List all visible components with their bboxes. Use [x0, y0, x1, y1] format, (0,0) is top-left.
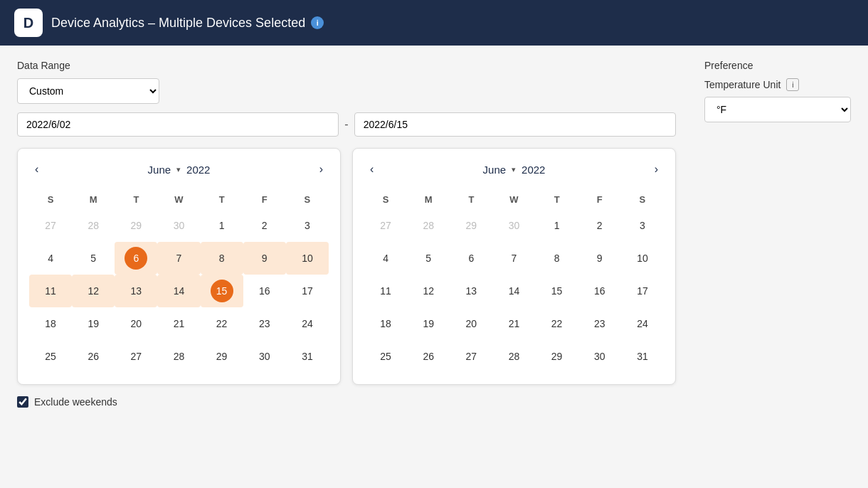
table-row[interactable]: 21 — [157, 307, 200, 340]
table-row[interactable]: 17 — [286, 275, 329, 307]
table-row[interactable]: 14 — [157, 275, 200, 307]
table-row[interactable]: 9 — [243, 242, 286, 275]
table-row[interactable]: 30 — [578, 340, 621, 373]
table-row[interactable]: 13 — [115, 275, 157, 307]
table-row[interactable]: 20 — [115, 307, 157, 340]
table-row[interactable]: 29 — [115, 209, 157, 242]
cal-right-next-btn[interactable]: › — [649, 160, 664, 179]
table-row[interactable]: 29 — [536, 340, 578, 373]
exclude-weekends-label[interactable]: Exclude weekends — [34, 396, 117, 408]
table-row[interactable]: 28 — [492, 340, 535, 373]
table-row[interactable]: 16 — [243, 275, 286, 307]
preference-section: Preference Temperature Unit i °F°C — [704, 60, 851, 408]
temp-unit-row: Temperature Unit i — [704, 78, 851, 91]
temp-unit-select[interactable]: °F°C — [704, 97, 851, 122]
table-row[interactable]: 29 — [450, 209, 492, 242]
table-row[interactable]: 11 — [364, 275, 407, 307]
dow-w1: W — [157, 190, 200, 209]
table-row[interactable]: 8 — [536, 242, 578, 275]
exclude-weekends-checkbox[interactable] — [17, 396, 28, 408]
temp-unit-info-icon[interactable]: i — [786, 78, 799, 91]
table-row[interactable]: 23 — [578, 307, 621, 340]
table-row[interactable]: 15 — [536, 275, 578, 307]
table-row[interactable]: 27 — [29, 209, 72, 242]
table-row[interactable]: 13 — [450, 275, 492, 307]
table-row[interactable]: 26 — [72, 340, 115, 373]
table-row[interactable]: 12 — [407, 275, 450, 307]
cal-left-next-btn[interactable]: › — [314, 160, 329, 179]
table-row[interactable]: 19 — [72, 307, 115, 340]
cal-left-prev-btn[interactable]: ‹ — [29, 160, 44, 179]
dow-t2: T — [201, 190, 243, 209]
header-info-icon[interactable]: i — [311, 16, 324, 29]
left-section: Data Range CustomLast 7 DaysLast 30 Days… — [17, 60, 676, 408]
dow-s2: S — [286, 190, 329, 209]
table-row[interactable]: 4 — [364, 242, 407, 275]
table-row[interactable]: 24 — [621, 307, 664, 340]
cal-left-month: June — [148, 164, 171, 176]
table-row[interactable]: 22 — [536, 307, 578, 340]
table-row[interactable]: 27 — [115, 340, 157, 373]
table-row[interactable]: 10 — [621, 242, 664, 275]
table-row[interactable]: 7 — [492, 242, 535, 275]
table-row[interactable]: 4 — [29, 242, 72, 275]
table-row[interactable]: 20 — [450, 307, 492, 340]
table-row[interactable]: 2 — [578, 209, 621, 242]
table-row[interactable]: 19 — [407, 307, 450, 340]
cal-right-grid: S M T W T F S 27282930123456789101112131… — [364, 190, 664, 373]
table-row[interactable]: 31 — [286, 340, 329, 373]
table-row[interactable]: 7 — [157, 242, 200, 275]
table-row[interactable]: 8 — [201, 242, 243, 275]
cal-right-prev-btn[interactable]: ‹ — [364, 160, 379, 179]
table-row[interactable]: 3 — [621, 209, 664, 242]
dow-f2: F — [578, 190, 621, 209]
date-inputs-row: - — [17, 112, 676, 137]
table-row[interactable]: 12 — [72, 275, 115, 307]
table-row[interactable]: 1 — [536, 209, 578, 242]
table-row[interactable]: 24 — [286, 307, 329, 340]
dow-s3: S — [364, 190, 407, 209]
table-row[interactable]: 28 — [407, 209, 450, 242]
table-row[interactable]: 6 — [450, 242, 492, 275]
cal-left-month-dropdown-icon[interactable]: ▾ — [176, 165, 181, 174]
table-row[interactable]: 27 — [364, 209, 407, 242]
table-row[interactable]: 9 — [578, 242, 621, 275]
end-date-input[interactable] — [354, 112, 676, 137]
calendar-left: ‹ June ▾ 2022 › S M T W — [17, 148, 341, 385]
table-row[interactable]: 30 — [243, 340, 286, 373]
table-row[interactable]: 22 — [201, 307, 243, 340]
start-date-input[interactable] — [17, 112, 339, 137]
table-row[interactable]: 28 — [157, 340, 200, 373]
table-row[interactable]: 26 — [407, 340, 450, 373]
table-row[interactable]: 5 — [72, 242, 115, 275]
cal-left-year: 2022 — [186, 164, 210, 176]
table-row[interactable]: 3 — [286, 209, 329, 242]
table-row[interactable]: 18 — [29, 307, 72, 340]
table-row[interactable]: 14 — [492, 275, 535, 307]
table-row[interactable]: 27 — [450, 340, 492, 373]
table-row[interactable]: 31 — [621, 340, 664, 373]
table-row[interactable]: 17 — [621, 275, 664, 307]
table-row[interactable]: 30 — [492, 209, 535, 242]
data-range-select[interactable]: CustomLast 7 DaysLast 30 DaysLast 90 Day… — [17, 78, 159, 104]
table-row[interactable]: 23 — [243, 307, 286, 340]
table-row[interactable]: 25 — [364, 340, 407, 373]
table-row[interactable]: 15 — [201, 275, 243, 307]
table-row[interactable]: 16 — [578, 275, 621, 307]
table-row[interactable]: 11 — [29, 275, 72, 307]
table-row[interactable]: 5 — [407, 242, 450, 275]
table-row[interactable]: 18 — [364, 307, 407, 340]
table-row[interactable]: 2 — [243, 209, 286, 242]
cal-right-year: 2022 — [522, 164, 545, 176]
table-row[interactable]: 29 — [201, 340, 243, 373]
table-row[interactable]: 25 — [29, 340, 72, 373]
dow-w2: W — [492, 190, 535, 209]
dow-s4: S — [621, 190, 664, 209]
table-row[interactable]: 1 — [201, 209, 243, 242]
table-row[interactable]: 28 — [72, 209, 115, 242]
table-row[interactable]: 21 — [492, 307, 535, 340]
cal-right-month-dropdown-icon[interactable]: ▾ — [512, 165, 516, 174]
table-row[interactable]: 6 — [115, 242, 157, 275]
table-row[interactable]: 30 — [157, 209, 200, 242]
table-row[interactable]: 10 — [286, 242, 329, 275]
